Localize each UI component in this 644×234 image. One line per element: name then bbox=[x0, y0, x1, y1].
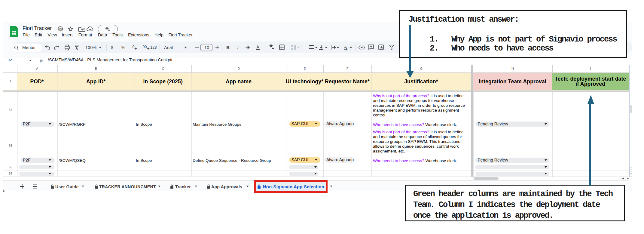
svg-text:I: I bbox=[237, 45, 239, 50]
svg-text:B: B bbox=[226, 45, 230, 50]
svg-text:%: % bbox=[121, 45, 125, 50]
svg-text:A: A bbox=[256, 45, 259, 49]
svg-text:.00: .00 bbox=[142, 45, 147, 49]
svg-text:123: 123 bbox=[150, 45, 157, 50]
svg-text:$: $ bbox=[111, 45, 113, 50]
svg-text:10: 10 bbox=[204, 45, 209, 50]
svg-text:100%: 100% bbox=[85, 45, 96, 50]
svg-text:@: @ bbox=[59, 27, 62, 31]
svg-text:.0: .0 bbox=[131, 45, 134, 49]
svg-text:Arial: Arial bbox=[164, 45, 173, 50]
